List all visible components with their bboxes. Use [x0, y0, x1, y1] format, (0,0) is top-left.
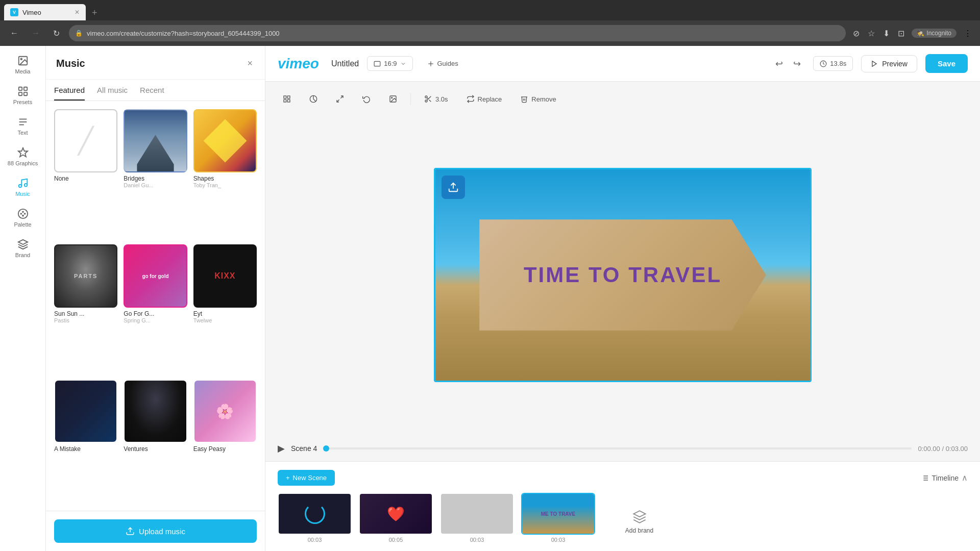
lock-icon: 🔒 — [75, 30, 83, 37]
scene-thumb-img-3[interactable] — [440, 493, 514, 535]
music-item-goforgold[interactable]: go for gold Go For G... Spring G... — [124, 244, 187, 373]
sidebar-item-presets[interactable]: Presets — [3, 81, 43, 110]
tab-close[interactable]: ✕ — [75, 9, 80, 16]
canvas-overlay-icon[interactable] — [442, 176, 465, 199]
scene-thumb-4: ME TO TRAVE 00:03 — [521, 493, 595, 543]
music-item-bridges[interactable]: Bridges Daniel Gu... — [124, 109, 187, 238]
active-tab[interactable]: V Vimeo ✕ — [4, 4, 86, 20]
music-item-shapes[interactable]: Shapes Toby Tran_ — [193, 109, 257, 238]
topbar: vimeo Untitled 16:9 Guides ↩ ↪ 13.8s — [265, 46, 980, 82]
scene-thumb-img-2[interactable]: ❤️ — [359, 493, 433, 535]
download-icon[interactable]: ⬇ — [881, 27, 892, 40]
timeline-text: Timeline — [932, 474, 959, 482]
svg-rect-4 — [18, 92, 21, 95]
guides-button[interactable]: Guides — [421, 57, 464, 70]
upload-music-button[interactable]: Upload music — [54, 519, 257, 543]
new-tab-button[interactable]: + — [88, 6, 102, 20]
menu-icon[interactable]: ⋮ — [962, 27, 974, 40]
heart-icon: ❤️ — [387, 506, 405, 522]
redo-button[interactable]: ↪ — [789, 55, 805, 72]
scene-controls: ▶ Scene 4 0:00.00 / 0:03.00 — [278, 436, 968, 461]
url-text: vimeo.com/create/customize?hash=storyboa… — [87, 30, 280, 37]
collapse-timeline-button[interactable]: ∧ — [962, 473, 968, 483]
preview-button[interactable]: Preview — [861, 55, 917, 72]
music-thumb-eyt[interactable]: KIXX — [193, 244, 257, 308]
graphics-icon — [17, 147, 29, 158]
music-thumb-goforgold[interactable]: go for gold — [124, 244, 187, 308]
remove-button[interactable]: Remove — [515, 92, 561, 106]
star-icon[interactable]: ☆ — [866, 27, 877, 40]
svg-point-10 — [18, 185, 21, 188]
panel-close-button[interactable]: × — [245, 56, 255, 71]
music-thumb-easypeasy[interactable]: 🌸 — [193, 380, 257, 443]
save-button[interactable]: Save — [925, 54, 968, 73]
cast-icon[interactable]: ⊘ — [851, 27, 862, 40]
address-bar[interactable]: 🔒 vimeo.com/create/customize?hash=storyb… — [69, 25, 846, 41]
svg-rect-2 — [18, 87, 21, 90]
grid-view-button[interactable] — [278, 92, 296, 106]
new-scene-button[interactable]: + New Scene — [278, 470, 335, 486]
replace-button[interactable]: Replace — [461, 92, 507, 106]
color-wheel-button[interactable] — [304, 92, 323, 106]
layout-icon[interactable]: ⊡ — [896, 27, 906, 40]
sidebar-item-palette[interactable]: Palette — [3, 203, 43, 233]
music-item-ventures[interactable]: Ventures — [124, 380, 187, 503]
music-thumb-none[interactable]: ╱ — [54, 109, 117, 172]
forward-button[interactable]: → — [28, 27, 44, 40]
add-brand-button[interactable]: Add brand — [602, 501, 676, 543]
svg-point-14 — [24, 213, 25, 214]
music-item-sunsun[interactable]: PARTS Sun Sun ... Pastis — [54, 244, 117, 373]
app: Media Presets Text 88 Graphics Music Pal… — [0, 46, 980, 551]
sidebar-item-text[interactable]: Text — [3, 111, 43, 141]
main-content: vimeo Untitled 16:9 Guides ↩ ↪ 13.8s — [265, 46, 980, 551]
music-item-eyt[interactable]: KIXX Eyt Twelwe — [193, 244, 257, 373]
time-display: 0:00.00 / 0:03.00 — [918, 445, 968, 453]
sidebar-label-text: Text — [17, 130, 28, 136]
tab-featured[interactable]: Featured — [54, 86, 85, 101]
music-item-easypeasy[interactable]: 🌸 Easy Peasy — [193, 380, 257, 503]
undo-button[interactable]: ↩ — [771, 55, 787, 72]
progress-bar[interactable] — [323, 447, 912, 449]
scene-thumb-img-4[interactable]: ME TO TRAVE — [521, 493, 595, 535]
undo-redo-group: ↩ ↪ — [771, 55, 805, 72]
fullscreen-button[interactable] — [331, 92, 349, 106]
scene-thumb-3: 00:03 — [440, 493, 514, 543]
svg-rect-5 — [23, 92, 27, 95]
scene-thumb-2: ❤️ 00:05 — [359, 493, 433, 543]
music-item-mistake[interactable]: A Mistake — [54, 380, 117, 503]
scene-thumb-bg-1 — [279, 494, 351, 534]
back-button[interactable]: ← — [6, 27, 22, 40]
incognito-button[interactable]: 🕵 Incognito — [912, 29, 957, 38]
scene-thumb-img-1[interactable] — [278, 493, 352, 535]
timeline-icon — [921, 474, 929, 482]
image-icon — [389, 95, 397, 103]
tab-recent[interactable]: Recent — [140, 86, 164, 101]
tab-all-music[interactable]: All music — [97, 86, 128, 101]
preview-label: Preview — [882, 60, 908, 68]
music-item-none[interactable]: ╱ None — [54, 109, 117, 238]
music-name-easypeasy: Easy Peasy — [193, 445, 257, 453]
sidebar-item-graphics[interactable]: 88 Graphics — [3, 142, 43, 171]
image-button[interactable] — [384, 92, 402, 106]
scene-label: Scene 4 — [291, 444, 317, 453]
reload-button[interactable]: ↻ — [49, 27, 64, 40]
sidebar-item-brand[interactable]: Brand — [3, 234, 43, 263]
scene-thumb-time-1: 00:03 — [308, 537, 322, 543]
browser-toolbar: ← → ↻ 🔒 vimeo.com/create/customize?hash=… — [0, 20, 980, 46]
music-thumb-ventures[interactable] — [124, 380, 187, 443]
rotate-button[interactable] — [357, 92, 376, 106]
play-button[interactable]: ▶ — [278, 443, 285, 454]
music-artist-goforgold: Spring G... — [124, 317, 187, 323]
remove-label: Remove — [531, 95, 556, 103]
svg-point-11 — [24, 184, 27, 187]
music-thumb-sunsun[interactable]: PARTS — [54, 244, 117, 308]
canvas[interactable]: TIME TO TRAVEL — [434, 168, 812, 382]
aspect-ratio-button[interactable]: 16:9 — [367, 56, 412, 71]
sidebar-item-media[interactable]: Media — [3, 50, 43, 80]
duration-button[interactable]: 3.0s — [419, 92, 453, 106]
sidebar-item-music[interactable]: Music — [3, 172, 43, 202]
music-thumb-mistake[interactable] — [54, 380, 117, 443]
scene-thumb-1: 00:03 — [278, 493, 352, 543]
music-thumb-shapes[interactable] — [193, 109, 257, 172]
music-thumb-bridges[interactable] — [124, 109, 187, 172]
